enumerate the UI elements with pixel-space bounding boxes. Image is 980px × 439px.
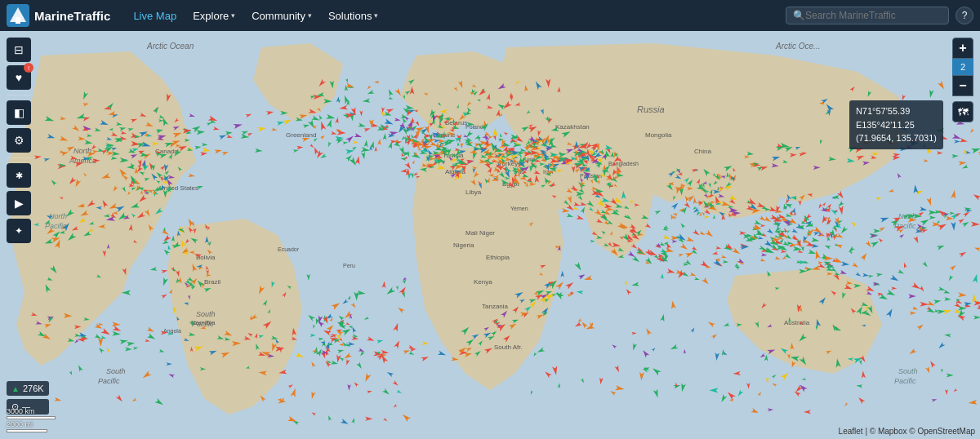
help-button[interactable]: ?	[956, 7, 973, 24]
svg-text:Ukraine: Ukraine	[433, 131, 456, 139]
svg-text:Pacific: Pacific	[45, 222, 67, 230]
map-type-icon: 🗺	[958, 106, 969, 118]
filter-button[interactable]: ⊟	[7, 38, 31, 62]
search-icon: 🔍	[793, 10, 805, 21]
svg-text:Brazil: Brazil	[204, 278, 220, 286]
svg-text:Egypt: Egypt	[502, 180, 519, 188]
svg-text:Pakistan: Pakistan	[580, 173, 602, 179]
play-button[interactable]: ▶	[7, 191, 31, 215]
svg-text:Kenya: Kenya	[474, 278, 492, 286]
zoom-controls: + 2 − 🗺	[952, 38, 973, 122]
zoom-in-button[interactable]: +	[952, 38, 973, 59]
sidebar-separator-2	[7, 157, 31, 158]
longitude: E135°42'11.25	[856, 118, 937, 132]
svg-text:Australia: Australia	[784, 319, 810, 326]
svg-text:Mongolia: Mongolia	[645, 131, 672, 139]
svg-text:South Afr.: South Afr.	[494, 344, 523, 351]
zoom-level: 2	[952, 59, 973, 75]
svg-text:Turkey: Turkey	[498, 160, 518, 167]
svg-text:Angola: Angola	[163, 328, 181, 335]
traffic-button[interactable]: ✱	[7, 163, 31, 188]
heart-icon: ♥	[16, 71, 22, 84]
latitude: N71°57'55.39	[856, 104, 937, 118]
svg-text:Namibia: Namibia	[191, 319, 216, 326]
svg-text:Nigeria: Nigeria	[453, 242, 474, 249]
vessel-count-badge: ▲ 276K	[7, 381, 49, 396]
zoom-out-button[interactable]: −	[952, 75, 973, 96]
world-map: Russia North America South Pacific South…	[0, 31, 980, 439]
svg-text:Algeria: Algeria	[445, 168, 466, 175]
layers-icon: ◧	[14, 106, 24, 119]
scale-km-label: 3000 km	[7, 407, 56, 415]
svg-text:Belarus: Belarus	[445, 119, 467, 126]
solutions-dropdown-arrow: ▾	[374, 11, 378, 20]
svg-text:Canada: Canada	[155, 148, 179, 155]
svg-text:Syria: Syria	[523, 157, 536, 163]
svg-text:China: China	[694, 148, 711, 155]
svg-text:America: America	[69, 157, 96, 165]
svg-text:United States: United States	[159, 184, 198, 192]
svg-text:Mali Niger: Mali Niger	[466, 229, 495, 237]
favorites-badge: !	[24, 63, 33, 73]
svg-text:Bangladesh: Bangladesh	[608, 161, 639, 167]
svg-text:Kazakhstan: Kazakhstan	[555, 123, 590, 131]
svg-text:South: South	[106, 367, 126, 375]
sidebar-separator-1	[7, 95, 31, 95]
svg-text:South: South	[196, 310, 216, 318]
settings-button[interactable]: ⚙	[7, 128, 31, 153]
svg-text:Arctic Oce...: Arctic Oce...	[775, 42, 820, 51]
svg-text:South: South	[898, 367, 918, 375]
svg-text:Ecuador: Ecuador	[278, 246, 300, 252]
favorites-button[interactable]: ♥ !	[7, 65, 31, 90]
svg-text:North: North	[898, 212, 916, 220]
svg-text:Iraq: Iraq	[514, 169, 524, 175]
nav-explore[interactable]: Explore ▾	[186, 7, 242, 25]
filter-icon: ⊟	[14, 43, 24, 56]
svg-text:Arctic Ocean: Arctic Ocean	[146, 42, 194, 51]
explore-dropdown-arrow: ▾	[231, 11, 235, 20]
coordinates-panel: N71°57'55.39 E135°42'11.25 (71.9654, 135…	[849, 100, 943, 149]
svg-text:Iran: Iran	[543, 169, 553, 175]
play-icon: ▶	[15, 197, 24, 210]
attribution: Leaflet | © Mapbox © OpenStreetMap	[839, 427, 975, 436]
search-input[interactable]	[805, 10, 942, 21]
svg-text:Pacific: Pacific	[894, 377, 916, 385]
nav-community[interactable]: Community ▾	[245, 7, 318, 25]
svg-text:Tunisia: Tunisia	[443, 152, 464, 159]
svg-text:Yemen: Yemen	[510, 206, 528, 211]
measure-icon: ✦	[15, 225, 23, 237]
svg-text:Pacific: Pacific	[98, 377, 120, 385]
svg-text:North: North	[74, 147, 91, 155]
svg-text:Poland: Poland	[466, 124, 483, 130]
svg-text:Tanzania: Tanzania	[482, 303, 509, 310]
decimal-coords: (71.9654, 135.7031)	[856, 131, 937, 145]
measure-button[interactable]: ✦	[7, 219, 31, 243]
community-dropdown-arrow: ▾	[308, 11, 312, 20]
logo-text: MarineTraffic	[34, 9, 110, 23]
svg-text:Bolivia: Bolivia	[196, 254, 216, 261]
traffic-icon: ✱	[16, 171, 23, 181]
svg-text:Libya: Libya	[466, 188, 482, 196]
svg-rect-2	[16, 17, 20, 24]
vessel-icon: ▲	[11, 384, 20, 393]
search-area: 🔍 ?	[786, 7, 973, 24]
svg-text:Ethiopia: Ethiopia	[486, 254, 510, 261]
logo[interactable]: MarineTraffic	[7, 4, 110, 27]
search-box[interactable]: 🔍	[786, 7, 949, 24]
map-container[interactable]: Russia North America South Pacific South…	[0, 31, 980, 439]
scale-mi-label: 2000 mi	[7, 420, 56, 428]
svg-text:Greenland: Greenland	[286, 131, 316, 139]
layers-button[interactable]: ◧	[7, 100, 31, 125]
logo-icon	[7, 4, 29, 27]
map-type-button[interactable]: 🗺	[952, 101, 973, 122]
scale-bar: 3000 km 2000 mi	[7, 407, 56, 432]
header: MarineTraffic Live Map Explore ▾ Communi…	[0, 0, 980, 31]
nav-live-map[interactable]: Live Map	[127, 7, 183, 25]
svg-text:North: North	[49, 212, 67, 220]
svg-text:Pacific: Pacific	[894, 222, 916, 230]
nav-solutions[interactable]: Solutions ▾	[322, 7, 385, 25]
left-sidebar: ⊟ ♥ ! ◧ ⚙ ✱ ▶ ✦	[7, 38, 31, 243]
svg-text:Russia: Russia	[637, 104, 665, 114]
main-nav: Live Map Explore ▾ Community ▾ Solutions…	[127, 7, 786, 25]
svg-text:Peru: Peru	[343, 263, 355, 268]
